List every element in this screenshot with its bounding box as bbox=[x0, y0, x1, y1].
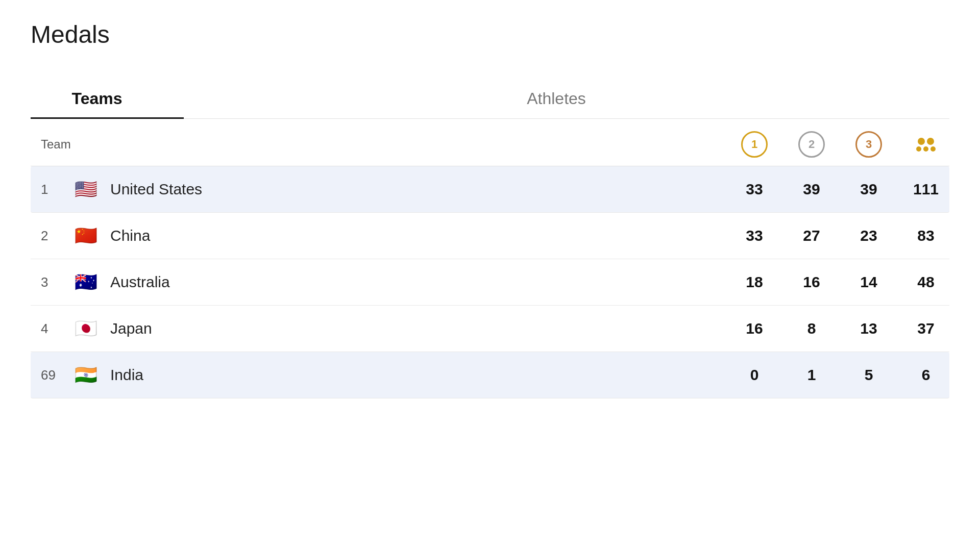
flag-icon: 🇯🇵 bbox=[71, 318, 100, 339]
dot-4 bbox=[923, 146, 928, 152]
dot-2 bbox=[927, 138, 934, 145]
gold-count: 33 bbox=[741, 227, 768, 244]
silver-medal-header: 2 bbox=[798, 131, 825, 158]
table-row[interactable]: 1 🇺🇸 United States 33 39 39 111 bbox=[31, 166, 949, 213]
gold-count: 33 bbox=[741, 181, 768, 198]
silver-count: 39 bbox=[798, 181, 825, 198]
gold-count: 0 bbox=[741, 366, 768, 384]
dot-3 bbox=[916, 146, 921, 152]
table-row[interactable]: 4 🇯🇵 Japan 16 8 13 37 bbox=[31, 306, 949, 352]
header-medals: 1 2 3 bbox=[741, 131, 939, 158]
table-row[interactable]: 3 🇦🇺 Australia 18 16 14 48 bbox=[31, 259, 949, 306]
medal-values: 33 39 39 111 bbox=[741, 181, 939, 198]
tab-teams[interactable]: Teams bbox=[31, 79, 184, 118]
total-count: 48 bbox=[913, 273, 939, 291]
gold-medal-header: 1 bbox=[741, 131, 768, 158]
medal-values: 0 1 5 6 bbox=[741, 366, 939, 384]
dot-5 bbox=[930, 146, 936, 152]
rank: 2 bbox=[41, 228, 71, 244]
bronze-count: 39 bbox=[855, 181, 882, 198]
country-name: United States bbox=[110, 181, 741, 198]
rank: 3 bbox=[41, 274, 71, 290]
total-count: 37 bbox=[913, 320, 939, 337]
country-name: China bbox=[110, 227, 741, 244]
gold-count: 16 bbox=[741, 320, 768, 337]
country-name: Australia bbox=[110, 273, 741, 291]
table-row[interactable]: 69 🇮🇳 India 0 1 5 6 bbox=[31, 352, 949, 398]
flag-icon: 🇨🇳 bbox=[71, 225, 100, 246]
dot-1 bbox=[918, 138, 925, 145]
bronze-count: 14 bbox=[855, 273, 882, 291]
medals-table: Team 1 2 3 1 🇺🇸 United States 33 bbox=[31, 119, 949, 398]
bronze-medal-header: 3 bbox=[855, 131, 882, 158]
gold-count: 18 bbox=[741, 273, 768, 291]
silver-count: 8 bbox=[798, 320, 825, 337]
flag-icon: 🇦🇺 bbox=[71, 271, 100, 293]
rank: 69 bbox=[41, 367, 71, 383]
table-rows-container: 1 🇺🇸 United States 33 39 39 111 2 🇨🇳 Chi… bbox=[31, 166, 949, 398]
total-medal-header bbox=[913, 131, 939, 158]
silver-count: 27 bbox=[798, 227, 825, 244]
header-team-label: Team bbox=[41, 137, 741, 152]
medal-values: 16 8 13 37 bbox=[741, 320, 939, 337]
medal-values: 33 27 23 83 bbox=[741, 227, 939, 244]
tabs-container: Teams Athletes bbox=[31, 79, 949, 119]
bronze-count: 13 bbox=[855, 320, 882, 337]
flag-icon: 🇺🇸 bbox=[71, 179, 100, 200]
total-count: 111 bbox=[913, 181, 939, 198]
page-title: Medals bbox=[31, 20, 949, 48]
table-row[interactable]: 2 🇨🇳 China 33 27 23 83 bbox=[31, 213, 949, 259]
country-name: Japan bbox=[110, 320, 741, 337]
silver-count: 1 bbox=[798, 366, 825, 384]
total-count: 6 bbox=[913, 366, 939, 384]
country-name: India bbox=[110, 366, 741, 384]
bronze-count: 5 bbox=[855, 366, 882, 384]
silver-count: 16 bbox=[798, 273, 825, 291]
table-header: Team 1 2 3 bbox=[31, 119, 949, 166]
rank: 4 bbox=[41, 321, 71, 337]
medal-values: 18 16 14 48 bbox=[741, 273, 939, 291]
rank: 1 bbox=[41, 182, 71, 197]
flag-icon: 🇮🇳 bbox=[71, 364, 100, 386]
tab-athletes[interactable]: Athletes bbox=[490, 79, 643, 118]
bronze-count: 23 bbox=[855, 227, 882, 244]
total-count: 83 bbox=[913, 227, 939, 244]
